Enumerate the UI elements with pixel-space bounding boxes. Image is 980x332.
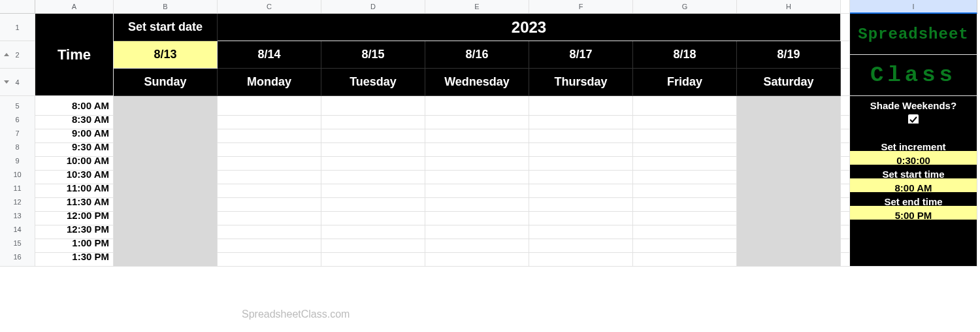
year-label: 2023 — [218, 14, 841, 41]
side-blank-16 — [850, 247, 977, 267]
row-header-16[interactable]: 16 — [0, 247, 35, 267]
date-tue: 8/15 — [321, 41, 425, 69]
group-collapse-up-icon[interactable] — [4, 53, 9, 56]
col-header-H[interactable]: H — [737, 0, 841, 14]
date-sat: 8/19 — [737, 41, 841, 69]
date-wed: 8/16 — [425, 41, 529, 69]
row-2-num: 2 — [15, 51, 19, 59]
gap-r16 — [841, 247, 850, 267]
date-thu: 8/17 — [529, 41, 633, 69]
time-header: Time — [35, 14, 114, 96]
col-header-B[interactable]: B — [114, 0, 218, 14]
row-header-2[interactable]: 2 — [0, 41, 35, 69]
row-4-num: 4 — [15, 78, 19, 86]
col-header-E[interactable]: E — [425, 0, 529, 14]
date-mon: 8/14 — [218, 41, 321, 69]
row-header-4[interactable]: 4 — [0, 69, 35, 96]
gap-r4 — [841, 69, 850, 96]
logo-bottom-text: Class — [870, 63, 956, 88]
day-mon: Monday — [218, 69, 321, 96]
group-expand-down-icon[interactable] — [4, 80, 9, 84]
set-start-date-label: Set start date — [114, 14, 218, 41]
cell-E16[interactable] — [425, 247, 529, 267]
col-gap — [841, 0, 850, 14]
day-fri: Friday — [633, 69, 737, 96]
start-date-input[interactable]: 8/13 — [114, 41, 218, 69]
cell-H16[interactable] — [737, 247, 841, 267]
cell-D16[interactable] — [321, 247, 425, 267]
day-wed: Wednesday — [425, 69, 529, 96]
col-header-G[interactable]: G — [633, 0, 737, 14]
row-header-1[interactable]: 1 — [0, 14, 35, 41]
day-sat: Saturday — [737, 69, 841, 96]
cell-B16[interactable] — [114, 247, 218, 267]
cell-F16[interactable] — [529, 247, 633, 267]
day-sun: Sunday — [114, 69, 218, 96]
logo-top: Spreadsheet — [850, 14, 977, 55]
logo-bottom: Class — [850, 55, 977, 96]
gap-r2 — [841, 41, 850, 69]
watermark-text: SpreadsheetClass.com — [242, 308, 350, 320]
col-header-A[interactable]: A — [35, 0, 114, 14]
col-header-D[interactable]: D — [321, 0, 425, 14]
select-all-corner[interactable] — [0, 0, 35, 14]
day-thu: Thursday — [529, 69, 633, 96]
date-fri: 8/18 — [633, 41, 737, 69]
logo-top-text: Spreadsheet — [858, 25, 968, 43]
cell-G16[interactable] — [633, 247, 737, 267]
cell-C16[interactable] — [218, 247, 321, 267]
col-header-F[interactable]: F — [529, 0, 633, 14]
col-header-C[interactable]: C — [218, 0, 321, 14]
gap-r1 — [841, 14, 850, 41]
time-16: 1:30 PM — [35, 247, 114, 267]
day-tue: Tuesday — [321, 69, 425, 96]
col-header-I[interactable]: I — [850, 0, 977, 14]
